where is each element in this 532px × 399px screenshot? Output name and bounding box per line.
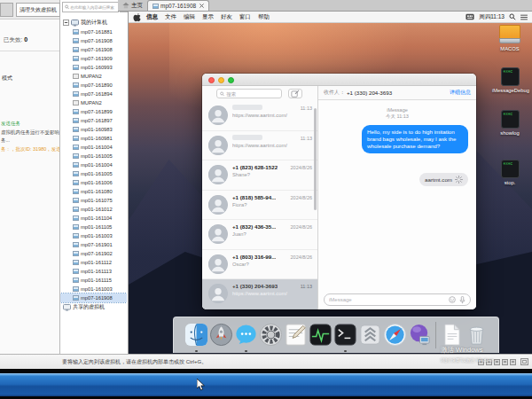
hard-disk-icon[interactable] xyxy=(478,359,484,365)
details-link[interactable]: 详细信息 xyxy=(450,89,471,97)
vm-list-item[interactable]: mp07-161894 xyxy=(60,90,127,98)
library-search[interactable] xyxy=(62,2,119,12)
vm-list-item[interactable]: mp01-161080 xyxy=(60,187,127,196)
vm-list-item[interactable]: mp01-160993 xyxy=(60,63,127,72)
vm-list-item[interactable]: mp01-160983 xyxy=(60,125,127,134)
tree-root-my-computer[interactable]: 我的计算机 xyxy=(60,18,127,27)
apple-icon[interactable] xyxy=(133,12,141,22)
tab-vm-mp07-161908[interactable]: mp07-161908 xyxy=(147,0,209,11)
vm-list-item[interactable]: mp01-161005 xyxy=(60,169,127,178)
dock-system-preferences[interactable] xyxy=(259,325,283,348)
vm-list-item[interactable]: mp01-161003 xyxy=(60,285,127,293)
conversation-row[interactable]: +1 (803) 316-99...2024/8/26Oscar? xyxy=(202,250,317,280)
vm-list-item[interactable]: mp07-161899 xyxy=(60,107,127,116)
menubar-menu-2[interactable]: 编辑 xyxy=(184,13,195,21)
conversation-row[interactable]: +1 (330) 204-369311:13https://www.aartmt… xyxy=(202,279,317,309)
recipient-value[interactable]: +1 (330) 204-3693 xyxy=(347,90,392,96)
spotlight-icon[interactable] xyxy=(509,13,516,20)
tool-panel-toolbar: 清理失效虚拟机 xyxy=(0,0,59,20)
dock-textedit[interactable] xyxy=(284,325,308,348)
menubar-menu-3[interactable]: 显示 xyxy=(202,13,214,21)
vm-list-item[interactable]: mp07-161908 xyxy=(60,45,127,54)
dock-trash[interactable] xyxy=(465,325,489,348)
dock-launchpad[interactable] xyxy=(209,325,233,348)
partial-button[interactable] xyxy=(0,3,13,17)
messages-titlebar[interactable] xyxy=(202,74,476,86)
vm-list-item[interactable]: mp01-161005 xyxy=(60,152,127,160)
message-input-field[interactable] xyxy=(329,297,449,302)
menubar-menu-6[interactable]: 帮助 xyxy=(258,13,270,21)
close-window-button[interactable] xyxy=(208,77,215,83)
messages-search[interactable] xyxy=(216,89,282,98)
microphone-icon[interactable] xyxy=(459,296,466,304)
vm-list-item[interactable]: mp07-161908 xyxy=(60,36,127,45)
dock-installer[interactable] xyxy=(358,325,382,348)
menu-bar-clock[interactable]: 周四11:13 xyxy=(479,13,505,21)
conversation-time: 2024/8/26 xyxy=(291,165,312,170)
vm-list-item[interactable]: mp07-161897 xyxy=(60,116,127,125)
message-input[interactable] xyxy=(324,293,471,306)
conversation-row[interactable]: +1 (818) 585-94...2024/8/26Fiora? xyxy=(202,191,317,221)
vm-list-item[interactable]: MUPAN2 xyxy=(60,72,127,81)
dock-safari[interactable] xyxy=(383,325,407,348)
windows-taskbar[interactable] xyxy=(0,373,532,396)
clean-invalid-vm-button[interactable]: 清理失效虚拟机 xyxy=(16,3,60,17)
minimize-window-button[interactable] xyxy=(218,77,224,83)
menubar-menu-4[interactable]: 好友 xyxy=(221,13,232,21)
tree-shared-vms[interactable]: 共享的虚拟机 xyxy=(60,302,127,312)
menubar-menu-5[interactable]: 窗口 xyxy=(239,13,251,21)
recipient-label: 收件人： xyxy=(324,89,345,97)
vm-list-item[interactable]: mp01-161115 xyxy=(60,276,127,285)
zoom-window-button[interactable] xyxy=(228,77,234,83)
vm-list-item[interactable]: mp01-161012 xyxy=(60,205,127,214)
desktop-icon-stop[interactable]: execstop. xyxy=(492,160,528,185)
desktop-icon-macos[interactable]: MACOS xyxy=(492,25,528,51)
vm-list-item[interactable]: mp01-161004 xyxy=(60,143,127,152)
vm-list-item[interactable]: mp07-161881 xyxy=(60,27,127,36)
vm-list-item[interactable]: mp07-161902 xyxy=(60,249,127,258)
vm-list-item[interactable]: mp01-160981 xyxy=(60,134,127,143)
conversation-row[interactable]: +1 (823) 628-15222024/8/26Shane? xyxy=(202,160,317,191)
vm-list-item[interactable]: mp07-161901 xyxy=(60,240,127,249)
conversation-row[interactable]: 11:13https://www.aartmt.com/ xyxy=(202,101,317,131)
dock-network[interactable] xyxy=(408,325,432,348)
vm-list-item[interactable]: mp01-161075 xyxy=(60,196,127,205)
tab-home[interactable]: 主页 xyxy=(118,0,147,11)
vm-list-item[interactable]: mp01-161104 xyxy=(60,214,127,223)
conversation-row[interactable]: +1 (832) 436-35...2024/8/26Juan? xyxy=(202,220,317,250)
usb-device-icon[interactable] xyxy=(502,359,508,365)
tab-close-button[interactable] xyxy=(200,4,204,8)
desktop-icon-imessagedebug[interactable]: execiMessageDebug xyxy=(492,67,528,93)
vm-list-item[interactable]: mp07-161890 xyxy=(60,81,127,90)
dock-finder[interactable] xyxy=(184,325,208,348)
vm-list-item[interactable]: mp01-161113 xyxy=(60,267,127,276)
fullscreen-icon[interactable] xyxy=(520,358,528,365)
vm-list-item[interactable]: mp01-161004 xyxy=(60,160,127,169)
vm-list-item[interactable]: mp07-161908 xyxy=(60,293,127,302)
sound-icon[interactable] xyxy=(510,359,516,365)
sidebar-scrollbar[interactable] xyxy=(314,108,317,210)
collapse-icon[interactable] xyxy=(63,20,69,26)
dock-activity-monitor[interactable] xyxy=(309,325,332,348)
vm-list-item[interactable]: mp01-161006 xyxy=(60,178,127,187)
dock-terminal[interactable] xyxy=(333,325,357,348)
menubar-menu-0[interactable]: 信息 xyxy=(146,13,158,21)
conversation-row[interactable]: 11:13https://www.aartmt.com/ xyxy=(202,131,317,161)
library-search-input[interactable] xyxy=(70,5,116,10)
messages-search-input[interactable] xyxy=(226,91,278,97)
desktop-icon-showlog[interactable]: execshowlog xyxy=(492,110,528,136)
vm-list-item[interactable]: mp01-161112 xyxy=(60,258,127,267)
vm-list-item[interactable]: mp01-161003 xyxy=(60,231,127,240)
emoji-icon[interactable] xyxy=(449,296,456,303)
dock-messages[interactable] xyxy=(234,325,258,348)
menubar-menu-1[interactable]: 文件 xyxy=(165,13,176,21)
dock-script-file[interactable] xyxy=(440,325,464,348)
vm-list-item[interactable]: mp01-161105 xyxy=(60,223,127,231)
input-source-icon[interactable] xyxy=(466,13,474,20)
vm-list-item[interactable]: mp07-161909 xyxy=(60,54,127,63)
network-adapter-icon[interactable] xyxy=(494,359,500,365)
cd-rom-icon[interactable] xyxy=(486,359,492,365)
notification-center-icon[interactable] xyxy=(520,14,528,20)
compose-button[interactable] xyxy=(288,89,302,98)
vm-list-item[interactable]: MUPAN2 xyxy=(60,98,127,107)
